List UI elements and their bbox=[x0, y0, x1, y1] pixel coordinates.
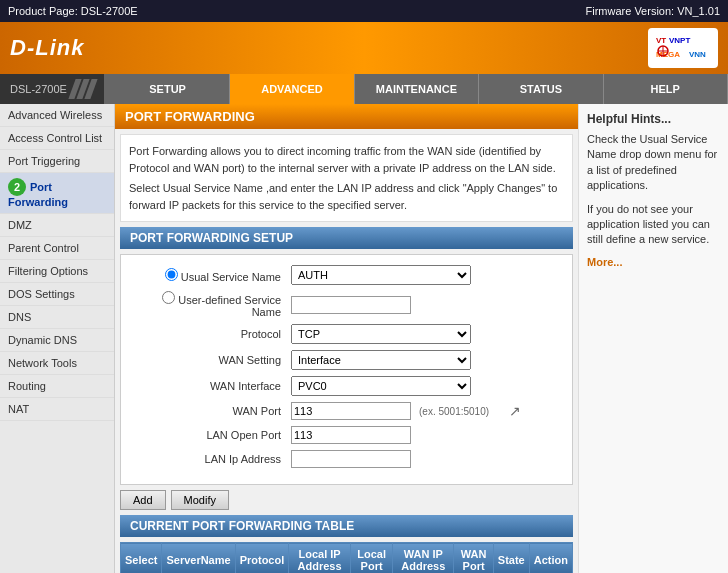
lan-open-port-input[interactable] bbox=[291, 426, 411, 444]
model-lines bbox=[72, 79, 94, 99]
wan-interface-row: WAN Interface PVC0 bbox=[131, 376, 562, 396]
usual-service-radio[interactable] bbox=[165, 268, 178, 281]
help-panel: Helpful Hints... Check the Usual Service… bbox=[578, 104, 728, 573]
firmware-version: Firmware Version: VN_1.01 bbox=[586, 5, 721, 17]
modify-button[interactable]: Modify bbox=[171, 490, 229, 510]
setup-title: PORT FORWARDING SETUP bbox=[120, 227, 573, 249]
lan-ip-row: LAN Ip Address bbox=[131, 450, 562, 468]
wan-setting-row: WAN Setting Interface bbox=[131, 350, 562, 370]
protocol-row: Protocol TCP bbox=[131, 324, 562, 344]
table-header-row: Select ServerName Protocol Local IP Addr… bbox=[121, 543, 573, 574]
sidebar-item-parent-control[interactable]: Parent Control bbox=[0, 237, 114, 260]
wan-interface-label: WAN Interface bbox=[131, 380, 291, 392]
usual-service-row: Usual Service Name AUTH bbox=[131, 265, 562, 285]
sidebar-item-dns[interactable]: DNS bbox=[0, 306, 114, 329]
sidebar-item-port-forwarding[interactable]: 2Port Forwarding bbox=[0, 173, 114, 214]
wan-setting-select[interactable]: Interface bbox=[291, 350, 471, 370]
sidebar: Advanced Wireless Access Control List Po… bbox=[0, 104, 115, 573]
add-button[interactable]: Add bbox=[120, 490, 166, 510]
sidebar-item-access-control-list[interactable]: Access Control List bbox=[0, 127, 114, 150]
col-select: Select bbox=[121, 543, 162, 574]
sidebar-item-network-tools[interactable]: Network Tools bbox=[0, 352, 114, 375]
col-wan-port: WAN Port bbox=[454, 543, 493, 574]
tab-maintenance[interactable]: MAINTENANCE bbox=[355, 74, 479, 104]
cursor-icon: ↗ bbox=[509, 403, 521, 419]
col-servername: ServerName bbox=[162, 543, 235, 574]
col-protocol: Protocol bbox=[235, 543, 289, 574]
sidebar-item-filtering-options[interactable]: Filtering Options bbox=[0, 260, 114, 283]
tab-setup[interactable]: SETUP bbox=[106, 74, 230, 104]
lan-ip-input[interactable] bbox=[291, 450, 411, 468]
nav-tabs: DSL-2700E SETUP ADVANCED MAINTENANCE STA… bbox=[0, 74, 728, 104]
help-title: Helpful Hints... bbox=[587, 112, 720, 126]
wan-port-input[interactable] bbox=[291, 402, 411, 420]
usual-service-text: Usual Service Name bbox=[181, 271, 281, 283]
protocol-select[interactable]: TCP bbox=[291, 324, 471, 344]
usual-service-label: Usual Service Name bbox=[131, 268, 291, 283]
model-label: DSL-2700E bbox=[10, 83, 67, 95]
user-defined-label: User-defined Service Name bbox=[131, 291, 291, 318]
sidebar-item-routing[interactable]: Routing bbox=[0, 375, 114, 398]
user-defined-row: User-defined Service Name bbox=[131, 291, 562, 318]
lan-ip-label: LAN Ip Address bbox=[131, 453, 291, 465]
form-area: Usual Service Name AUTH User-defined Ser… bbox=[120, 254, 573, 485]
wan-port-label: WAN Port bbox=[131, 405, 291, 417]
content-area: PORT FORWARDING Port Forwarding allows y… bbox=[115, 104, 578, 573]
col-wan-ip: WAN IP Address bbox=[393, 543, 454, 574]
tab-status[interactable]: STATUS bbox=[479, 74, 603, 104]
top-bar: Product Page: DSL-2700E Firmware Version… bbox=[0, 0, 728, 22]
col-state: State bbox=[493, 543, 529, 574]
user-defined-input[interactable] bbox=[291, 296, 411, 314]
wan-port-row: WAN Port (ex. 5001:5010) ↗ bbox=[131, 402, 562, 420]
sidebar-item-dmz[interactable]: DMZ bbox=[0, 214, 114, 237]
tab-advanced[interactable]: ADVANCED bbox=[230, 74, 354, 104]
help-text1: Check the Usual Service Name drop down m… bbox=[587, 132, 720, 194]
table-title: CURRENT PORT FORWARDING TABLE bbox=[120, 515, 573, 537]
sidebar-item-nat[interactable]: NAT bbox=[0, 398, 114, 421]
product-name: Product Page: DSL-2700E bbox=[8, 5, 138, 17]
model-tab: DSL-2700E bbox=[0, 74, 106, 104]
step-badge: 2 bbox=[8, 178, 26, 196]
info-text1: Port Forwarding allows you to direct inc… bbox=[129, 143, 564, 176]
col-local-ip: Local IP Address bbox=[289, 543, 351, 574]
wan-port-example: (ex. 5001:5010) bbox=[419, 406, 489, 417]
section-title: PORT FORWARDING bbox=[115, 104, 578, 129]
vnpt-logo: VT VNPT MEGA VNN bbox=[648, 28, 718, 68]
info-text2: Select Usual Service Name ,and enter the… bbox=[129, 180, 564, 213]
help-more-link[interactable]: More... bbox=[587, 256, 622, 268]
sidebar-item-dynamic-dns[interactable]: Dynamic DNS bbox=[0, 329, 114, 352]
user-defined-radio[interactable] bbox=[162, 291, 175, 304]
usual-service-select[interactable]: AUTH bbox=[291, 265, 471, 285]
info-box: Port Forwarding allows you to direct inc… bbox=[120, 134, 573, 222]
main-layout: Advanced Wireless Access Control List Po… bbox=[0, 104, 728, 573]
wan-interface-select[interactable]: PVC0 bbox=[291, 376, 471, 396]
wan-setting-label: WAN Setting bbox=[131, 354, 291, 366]
lan-open-port-label: LAN Open Port bbox=[131, 429, 291, 441]
sidebar-item-port-triggering[interactable]: Port Triggering bbox=[0, 150, 114, 173]
header: D-Link VT VNPT MEGA VNN bbox=[0, 22, 728, 74]
protocol-label: Protocol bbox=[131, 328, 291, 340]
sidebar-item-advanced-wireless[interactable]: Advanced Wireless bbox=[0, 104, 114, 127]
button-row: Add Modify bbox=[120, 490, 573, 510]
sidebar-item-dos-settings[interactable]: DOS Settings bbox=[0, 283, 114, 306]
help-text2: If you do not see your application liste… bbox=[587, 202, 720, 248]
col-local-port: Local Port bbox=[350, 543, 393, 574]
col-action: Action bbox=[529, 543, 572, 574]
lan-open-port-row: LAN Open Port bbox=[131, 426, 562, 444]
forwarding-table: Select ServerName Protocol Local IP Addr… bbox=[120, 542, 573, 573]
user-defined-text: User-defined Service Name bbox=[178, 294, 281, 318]
svg-text:VNPT: VNPT bbox=[669, 36, 690, 45]
tab-help[interactable]: HELP bbox=[604, 74, 728, 104]
svg-text:VT: VT bbox=[656, 36, 666, 45]
dlink-logo: D-Link bbox=[10, 35, 84, 61]
svg-rect-0 bbox=[651, 29, 716, 67]
svg-text:VNN: VNN bbox=[689, 50, 706, 59]
